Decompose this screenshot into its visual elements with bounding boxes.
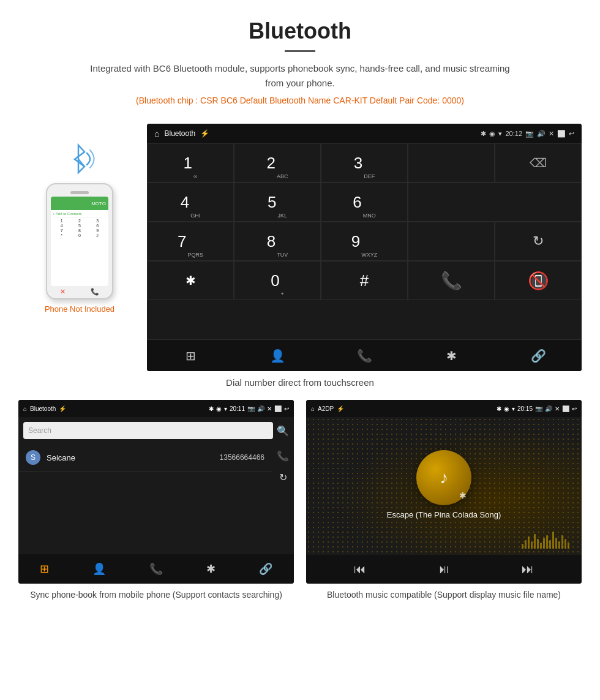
music-close-icon[interactable]: ✕: [555, 405, 560, 412]
camera-icon[interactable]: 📷: [525, 130, 534, 138]
dial-screen-title: Bluetooth: [164, 129, 195, 138]
music-caption: Bluetooth music compatible (Support disp…: [306, 589, 582, 601]
pb-cam-icon[interactable]: 📷: [247, 405, 255, 412]
key-7[interactable]: 7PQRS: [147, 222, 234, 261]
key-0[interactable]: 0+: [234, 261, 321, 300]
pb-nav-dialpad[interactable]: ⊞: [40, 562, 49, 576]
music-loc-icon: ◉: [504, 405, 509, 412]
home-icon[interactable]: ⌂: [154, 129, 159, 138]
pb-side-phone-icon[interactable]: 📞: [277, 450, 289, 462]
close-icon[interactable]: ✕: [549, 130, 554, 138]
key-hash[interactable]: #: [321, 261, 408, 300]
pb-nav-link[interactable]: 🔗: [259, 562, 272, 576]
pb-side-refresh-icon[interactable]: ↻: [279, 472, 287, 483]
nav-dialpad[interactable]: ⊞: [175, 344, 206, 368]
pb-contact-avatar: S: [26, 450, 40, 465]
nav-bluetooth[interactable]: ✱: [436, 344, 467, 368]
key-2[interactable]: 2ABC: [234, 143, 321, 183]
backspace-button[interactable]: ⌫: [495, 143, 582, 183]
pb-bt-icon: ✱: [209, 405, 214, 412]
phone-container: MOTO + Add to Contacts 123 456 789 *0#: [18, 124, 141, 314]
pb-nav-contacts[interactable]: 👤: [92, 562, 106, 576]
refresh-button[interactable]: ↻: [495, 222, 582, 261]
nav-phone[interactable]: 📞: [349, 344, 380, 368]
bluetooth-icon: ✱: [481, 130, 486, 138]
key-6[interactable]: 6MNO: [321, 183, 408, 222]
music-title: A2DP: [318, 405, 334, 412]
pb-search-input[interactable]: Search: [23, 422, 273, 439]
pb-title: Bluetooth: [30, 405, 56, 412]
pb-back-icon[interactable]: ↩: [284, 405, 289, 412]
pb-main-content: S Seicane 13566664466 📞 ↻: [18, 444, 294, 554]
dial-nav-bar: ⊞ 👤 📞 ✱ 🔗: [147, 339, 582, 371]
phone-not-included-label: Phone Not Included: [45, 304, 114, 314]
key-1[interactable]: 1∞: [147, 143, 234, 183]
key-9[interactable]: 9WXYZ: [321, 222, 408, 261]
pb-usb-icon: ⚡: [59, 405, 66, 412]
display-field: [408, 143, 495, 183]
usb-icon: ⚡: [200, 129, 209, 138]
pb-contact-row[interactable]: S Seicane 13566664466: [18, 444, 272, 472]
pb-search-icon[interactable]: 🔍: [277, 425, 289, 437]
music-controls: ⏮ ⏯ ⏭: [306, 555, 582, 584]
music-win-icon[interactable]: ⬜: [562, 405, 569, 412]
end-call-button[interactable]: 📵: [495, 261, 582, 300]
nav-contacts[interactable]: 👤: [262, 344, 293, 368]
nav-settings[interactable]: 🔗: [523, 344, 553, 368]
bottom-screenshots: ⌂ Bluetooth ⚡ ✱ ◉ ▾ 20:11 📷 🔊 ✕ ⬜ ↩: [0, 400, 600, 601]
pb-close-icon[interactable]: ✕: [267, 405, 272, 412]
pb-win-icon[interactable]: ⬜: [274, 405, 282, 412]
pb-nav-phone[interactable]: 📞: [149, 562, 163, 576]
music-note-icon: ♪: [440, 468, 448, 487]
prev-button[interactable]: ⏮: [347, 560, 373, 579]
pb-nav-bt[interactable]: ✱: [206, 562, 216, 576]
window-icon[interactable]: ⬜: [557, 130, 566, 138]
music-bt-icon: ✱: [497, 405, 501, 412]
music-screenshot-item: ⌂ A2DP ⚡ ✱ ◉ ▾ 20:15 📷 🔊 ✕ ⬜ ↩: [306, 400, 582, 601]
volume-icon[interactable]: 🔊: [537, 130, 546, 138]
music-cam-icon[interactable]: 📷: [535, 405, 542, 412]
phone-mock: MOTO + Add to Contacts 123 456 789 *0#: [46, 183, 113, 299]
phonebook-screenshot-item: ⌂ Bluetooth ⚡ ✱ ◉ ▾ 20:11 📷 🔊 ✕ ⬜ ↩: [18, 400, 294, 601]
bluetooth-signal-icon: [61, 142, 98, 179]
empty-cell-3: [408, 222, 495, 261]
key-5[interactable]: 5JKL: [234, 183, 321, 222]
music-status-bar: ⌂ A2DP ⚡ ✱ ◉ ▾ 20:15 📷 🔊 ✕ ⬜ ↩: [306, 400, 582, 417]
empty-cell-2: [408, 183, 582, 222]
music-frame: ⌂ A2DP ⚡ ✱ ◉ ▾ 20:15 📷 🔊 ✕ ⬜ ↩: [306, 400, 582, 584]
play-pause-button[interactable]: ⏯: [430, 560, 457, 579]
music-vol-icon[interactable]: 🔊: [545, 405, 552, 412]
pb-side-icons: 📞 ↻: [272, 444, 294, 554]
dial-grid: 1∞ 2ABC 3DEF ⌫ 4GHI 5JKL 6MNO: [147, 143, 582, 339]
music-usb-icon: ⚡: [337, 405, 344, 412]
pb-wifi-icon: ▾: [224, 405, 227, 412]
pb-home-icon[interactable]: ⌂: [23, 405, 27, 412]
music-song-title: Escape (The Pina Colada Song): [387, 510, 501, 519]
music-content: ♪ ✱ Escape (The Pina Colada Song): [306, 417, 582, 555]
pb-time: 20:11: [230, 405, 245, 412]
music-wifi-icon: ▾: [512, 405, 515, 412]
key-8[interactable]: 8TUV: [234, 222, 321, 261]
music-home-icon[interactable]: ⌂: [311, 405, 315, 412]
key-4[interactable]: 4GHI: [147, 183, 234, 222]
wifi-icon: ▾: [498, 130, 502, 138]
phonebook-frame: ⌂ Bluetooth ⚡ ✱ ◉ ▾ 20:11 📷 🔊 ✕ ⬜ ↩: [18, 400, 294, 584]
key-star[interactable]: ✱: [147, 261, 234, 300]
dial-caption: Dial number direct from touchscreen: [0, 377, 600, 388]
next-button[interactable]: ⏭: [514, 560, 541, 579]
music-time: 20:15: [517, 405, 533, 412]
call-button[interactable]: 📞: [408, 261, 495, 300]
back-icon[interactable]: ↩: [569, 130, 574, 138]
main-section: MOTO + Add to Contacts 123 456 789 *0#: [0, 124, 600, 371]
key-3[interactable]: 3DEF: [321, 143, 408, 183]
page-title: Bluetooth: [12, 18, 588, 44]
time-display: 20:12: [505, 130, 522, 137]
music-album-art: ♪ ✱: [416, 450, 471, 505]
page-description: Integrated with BC6 Bluetooth module, su…: [86, 61, 514, 91]
pb-search-row: Search 🔍: [18, 417, 294, 444]
pb-contact-list: S Seicane 13566664466: [18, 444, 272, 554]
music-back-icon[interactable]: ↩: [572, 405, 577, 412]
title-divider: [285, 50, 315, 52]
pb-vol-icon[interactable]: 🔊: [257, 405, 264, 412]
pb-contact-name: Seicane: [47, 453, 220, 462]
